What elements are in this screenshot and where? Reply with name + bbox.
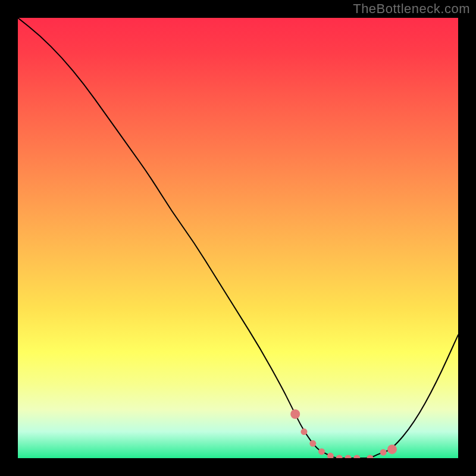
optimal-marker <box>353 455 360 459</box>
optimal-marker <box>367 455 374 459</box>
optimal-marker <box>327 453 334 458</box>
plot-area <box>18 18 458 458</box>
optimal-marker <box>336 455 343 459</box>
curve-svg <box>18 18 458 458</box>
optimal-marker <box>318 448 325 455</box>
chart-container: TheBottleneck.com <box>0 0 476 476</box>
optimal-zone-markers <box>290 409 397 458</box>
bottleneck-curve <box>18 18 458 458</box>
optimal-marker <box>345 455 352 459</box>
optimal-marker <box>387 444 397 454</box>
optimal-marker <box>301 428 308 435</box>
optimal-marker <box>290 409 300 419</box>
attribution-text: TheBottleneck.com <box>353 1 470 17</box>
optimal-marker <box>309 440 316 447</box>
optimal-marker <box>380 449 387 456</box>
